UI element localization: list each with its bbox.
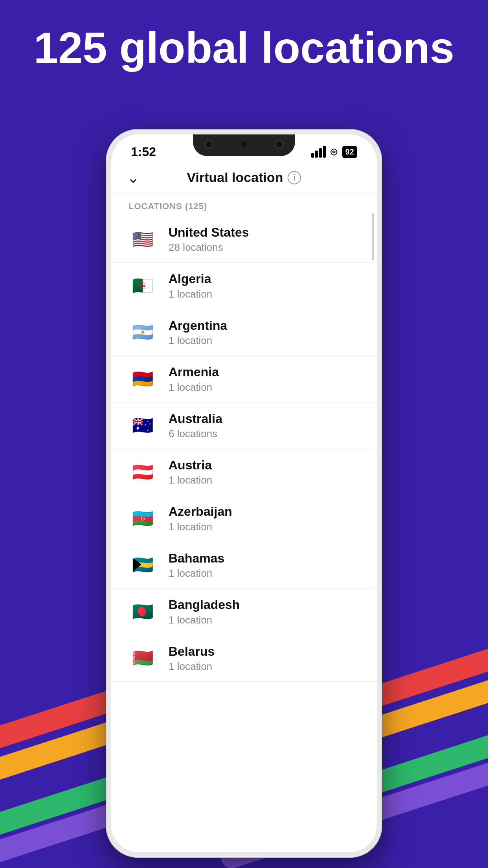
location-count-bs: 1 location [169,567,360,579]
flag-dz: 🇩🇿 [128,272,157,300]
location-item-au[interactable]: 🇦🇺 Australia 6 locations [111,403,377,449]
flag-au: 🇦🇺 [128,411,157,440]
location-count-am: 1 location [169,381,360,394]
location-item-us[interactable]: 🇺🇸 United States 28 locations [111,216,377,263]
flag-bd: 🇧🇩 [128,598,157,626]
location-count-az: 1 location [169,521,360,533]
location-info-by: Belarus 1 location [169,644,360,673]
location-list: 🇺🇸 United States 28 locations 🇩🇿 Algeria… [111,216,377,682]
location-info-bd: Bangladesh 1 location [169,597,360,626]
location-item-by[interactable]: 🇧🇾 Belarus 1 location [111,635,377,682]
hero-title: 125 global locations [0,24,488,72]
location-count-us: 28 locations [169,241,360,254]
signal-bar-3 [319,148,322,158]
location-info-ar: Argentina 1 location [169,318,360,347]
phone-mockup: 1:52 ⊛ 92 ⌄ Virtual locati [106,130,382,857]
phone-screen: 1:52 ⊛ 92 ⌄ Virtual locati [111,134,377,852]
location-item-at[interactable]: 🇦🇹 Austria 1 location [111,449,377,495]
status-icons: ⊛ 92 [311,146,357,158]
location-name-au: Australia [169,411,360,426]
location-name-us: United States [169,225,360,240]
location-item-az[interactable]: 🇦🇿 Azerbaijan 1 location [111,495,377,542]
location-item-am[interactable]: 🇦🇲 Armenia 1 location [111,356,377,402]
flag-us: 🇺🇸 [128,225,157,254]
location-item-bs[interactable]: 🇧🇸 Bahamas 1 location [111,542,377,588]
status-time: 1:52 [131,145,156,159]
location-item-dz[interactable]: 🇩🇿 Algeria 1 location [111,263,377,309]
signal-bar-4 [323,146,326,158]
back-button[interactable]: ⌄ [127,169,139,186]
location-info-am: Armenia 1 location [169,364,360,393]
location-name-bd: Bangladesh [169,597,360,612]
location-info-az: Azerbaijan 1 location [169,504,360,533]
screen-title: Virtual location [187,170,283,185]
flag-at: 🇦🇹 [128,458,157,486]
signal-icon [311,146,326,158]
status-bar: 1:52 ⊛ 92 [111,134,377,162]
location-count-bd: 1 location [169,614,360,626]
location-count-dz: 1 location [169,288,360,300]
flag-am: 🇦🇲 [128,365,157,393]
location-item-ar[interactable]: 🇦🇷 Argentina 1 location [111,309,377,356]
location-name-ar: Argentina [169,318,360,333]
flag-az: 🇦🇿 [128,504,157,533]
location-info-at: Austria 1 location [169,458,360,486]
location-name-bs: Bahamas [169,551,360,566]
app-header: ⌄ Virtual location i [111,162,377,193]
location-name-by: Belarus [169,644,360,659]
location-info-bs: Bahamas 1 location [169,551,360,579]
signal-bar-2 [315,151,318,158]
location-info-au: Australia 6 locations [169,411,360,440]
location-info-us: United States 28 locations [169,225,360,254]
flag-ar: 🇦🇷 [128,318,157,346]
location-count-au: 6 locations [169,428,360,440]
location-name-az: Azerbaijan [169,504,360,519]
info-icon[interactable]: i [288,171,301,184]
flag-bs: 🇧🇸 [128,551,157,579]
location-item-bd[interactable]: 🇧🇩 Bangladesh 1 location [111,588,377,635]
signal-bar-1 [311,153,314,158]
location-info-dz: Algeria 1 location [169,271,360,300]
location-count-by: 1 location [169,660,360,673]
battery-icon: 92 [342,146,357,158]
location-count-ar: 1 location [169,335,360,347]
location-name-am: Armenia [169,364,360,379]
phone-frame: 1:52 ⊛ 92 ⌄ Virtual locati [106,130,382,857]
flag-by: 🇧🇾 [128,644,157,672]
section-label: LOCATIONS (125) [111,193,377,216]
wifi-icon: ⊛ [330,146,338,158]
location-name-dz: Algeria [169,271,360,286]
scrollbar[interactable] [372,213,374,260]
location-count-at: 1 location [169,474,360,486]
location-name-at: Austria [169,458,360,473]
